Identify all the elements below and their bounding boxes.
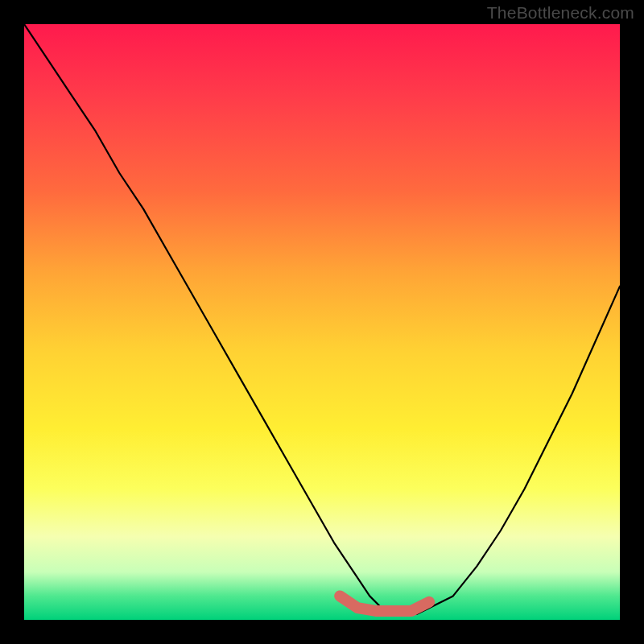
plot-area [24, 24, 620, 620]
bottleneck-curve [24, 24, 620, 614]
watermark-text: TheBottleneck.com [487, 3, 634, 23]
chart-frame: TheBottleneck.com [0, 0, 644, 644]
optimal-region-highlight [340, 596, 429, 611]
curve-svg [24, 24, 620, 620]
